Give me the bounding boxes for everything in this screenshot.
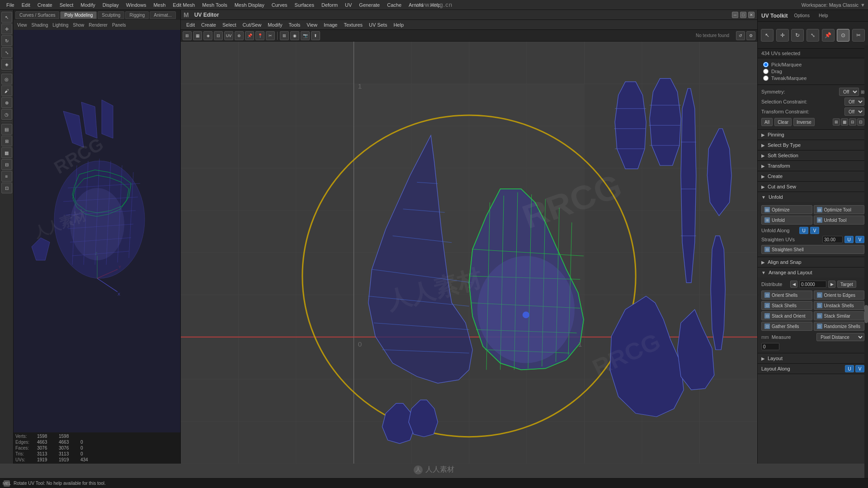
shelf3-btn[interactable]: ▦	[1, 147, 12, 158]
menu-curves[interactable]: Curves	[268, 1, 291, 9]
stack-shells-btn[interactable]: ⊡ Stack Shells	[761, 301, 812, 310]
pick-marquee-radio[interactable]: Pick/Marquee	[763, 62, 863, 67]
layout-along-u-btn[interactable]: U	[845, 365, 854, 372]
uv-menu-select[interactable]: Select	[220, 21, 239, 28]
pin-tool-btn[interactable]: 📌	[822, 29, 835, 42]
select-by-type-header[interactable]: ▶ Select By Type	[758, 140, 868, 150]
menu-mesh[interactable]: Mesh	[150, 1, 169, 9]
tab-animate[interactable]: Animat...	[150, 11, 175, 19]
uv-grid-btn[interactable]: ⊞	[183, 31, 192, 40]
transform-header[interactable]: ▶ Transform	[758, 161, 868, 171]
straighten-v-btn[interactable]: V	[855, 236, 864, 243]
uv-menu-image[interactable]: Image	[321, 21, 340, 28]
cut-tool-btn[interactable]: ✂	[852, 29, 865, 42]
rotate-tool-btn[interactable]: ↻	[1, 35, 12, 46]
menu-edit-mesh[interactable]: Edit Mesh	[169, 1, 198, 9]
cut-and-sew-header[interactable]: ▶ Cut and Sew	[758, 182, 868, 192]
uv-distortion-btn[interactable]: ◈	[203, 31, 212, 40]
uv-tool2-btn[interactable]: ✂	[266, 31, 275, 40]
minimize-btn[interactable]: ─	[732, 12, 738, 18]
orient-shells-btn[interactable]: ⊡ Orient Shells	[761, 291, 812, 300]
scale-tool-btn[interactable]: ⤡	[807, 29, 819, 42]
tab-curves-surfaces[interactable]: Curves / Surfaces	[15, 11, 59, 19]
unfold-tool-btn2[interactable]: ⊞ Unfold Tool	[814, 216, 865, 225]
uv-view-all-btn[interactable]: ⊞	[280, 31, 289, 40]
uv-menu-tools[interactable]: Tools	[286, 21, 303, 28]
unfold-along-v-btn[interactable]: V	[810, 227, 819, 234]
drag-radio[interactable]: Drag	[763, 69, 863, 74]
move-tool-btn[interactable]: ✛	[776, 29, 789, 42]
menu-mesh-tools[interactable]: Mesh Tools	[198, 1, 231, 9]
distribute-value-input[interactable]	[799, 281, 826, 288]
menu-edit[interactable]: Edit	[18, 1, 34, 9]
orient-to-edges-btn[interactable]: ⊡ Orient to Edges	[814, 291, 865, 300]
menu-generate[interactable]: Generate	[355, 1, 383, 9]
symmetry-dropdown[interactable]: Off	[839, 88, 859, 96]
arrange-layout-header[interactable]: ▼ Arrange and Layout	[758, 267, 868, 277]
pinning-header[interactable]: ▶ Pinning	[758, 130, 868, 140]
uv-menu-edit[interactable]: Edit	[184, 21, 198, 28]
clear-btn[interactable]: Clear	[774, 118, 792, 126]
menu-file[interactable]: File	[3, 1, 18, 9]
optimize-btn[interactable]: ▤ Optimize	[761, 205, 812, 214]
all-btn[interactable]: All	[761, 118, 773, 126]
uv-frame-btn[interactable]: ⊟	[214, 31, 223, 40]
stack-similar-btn[interactable]: ⊡ Stack Similar	[814, 311, 865, 320]
snap-btn[interactable]: ⊕	[1, 97, 12, 108]
dist-left-arrow[interactable]: ◀	[790, 281, 797, 288]
layout-header[interactable]: ▶ Layout	[758, 353, 868, 363]
uv-checkered-btn[interactable]: ▦	[193, 31, 202, 40]
constraint-icon2[interactable]: ▦	[841, 118, 848, 126]
unfold-along-u-btn[interactable]: U	[799, 227, 808, 234]
menu-display[interactable]: Display	[99, 1, 123, 9]
gather-shells-btn[interactable]: ⊡ Gather Shells	[761, 322, 812, 331]
shelf2-btn[interactable]: ⊞	[1, 136, 12, 146]
shelf4-btn[interactable]: ⊟	[1, 159, 12, 170]
tab-poly-modeling[interactable]: Poly Modeling	[60, 11, 97, 19]
move-tool-btn[interactable]: ✛	[1, 23, 12, 34]
unfold-tool-btn[interactable]: ⊙	[837, 29, 849, 42]
straighten-shell-btn[interactable]: ⊟ Straighten Shell	[761, 245, 864, 254]
menu-uv[interactable]: UV	[341, 1, 355, 9]
uv-settings-btn[interactable]: ⚙	[746, 31, 755, 40]
shelf5-btn[interactable]: ≡	[1, 171, 12, 182]
uv-toolkit-options-btn[interactable]: Options	[791, 12, 812, 19]
menu-modify[interactable]: Modify	[77, 1, 99, 9]
target-btn[interactable]: Target	[837, 281, 856, 288]
menu-deform[interactable]: Deform	[318, 1, 341, 9]
stack-and-orient-btn[interactable]: ⊡ Stack and Orient	[761, 311, 812, 320]
unfold-btn[interactable]: ⊞ Unfold	[761, 216, 812, 225]
menu-arnold[interactable]: Arnold	[405, 1, 427, 9]
uv-canvas[interactable]: RRCG 人人素材 RRCG 0 1 1	[181, 42, 757, 464]
rotate-tool-btn[interactable]: ↻	[791, 29, 804, 42]
left-viewport[interactable]: X Y Z	[14, 30, 180, 432]
shelf1-btn[interactable]: ▤	[1, 124, 12, 135]
dist-right-arrow[interactable]: ▶	[828, 281, 835, 288]
transform-constraint-dropdown[interactable]: Off	[844, 108, 864, 116]
tab-sculpting[interactable]: Sculpting	[98, 11, 124, 19]
menu-surfaces[interactable]: Surfaces	[291, 1, 318, 9]
uv-menu-create[interactable]: Create	[198, 21, 219, 28]
uv-refresh-btn[interactable]: ↺	[736, 31, 745, 40]
scrollbar-thumb[interactable]	[864, 305, 868, 323]
uv-export-btn[interactable]: ⬆	[311, 31, 320, 40]
tab-rigging[interactable]: Rigging	[125, 11, 149, 19]
select-tool-btn[interactable]: ↖	[1, 12, 12, 23]
menu-help[interactable]: Help	[427, 1, 444, 9]
shelf6-btn[interactable]: ⊡	[1, 183, 12, 193]
inverse-btn[interactable]: Inverse	[793, 118, 815, 126]
layout-along-v-btn[interactable]: V	[855, 365, 864, 372]
measure-value-input[interactable]	[761, 343, 779, 350]
uv-uv-btn[interactable]: UV	[224, 31, 233, 40]
unstack-shells-btn[interactable]: ⊡ Unstack Shells	[814, 301, 865, 310]
uv-menu-uvsets[interactable]: UV Sets	[366, 21, 390, 28]
soft-select-btn[interactable]: ◎	[1, 74, 12, 84]
unfold-header[interactable]: ▼ Unfold	[758, 192, 868, 202]
menu-mesh-display[interactable]: Mesh Display	[231, 1, 268, 9]
uv-menu-help[interactable]: Help	[391, 21, 406, 28]
universal-tool-btn[interactable]: ◈	[1, 59, 12, 70]
menu-windows[interactable]: Windows	[123, 1, 150, 9]
menu-select[interactable]: Select	[56, 1, 77, 9]
straighten-u-btn[interactable]: U	[844, 236, 854, 243]
constraint-icon3[interactable]: ⊟	[849, 118, 856, 126]
